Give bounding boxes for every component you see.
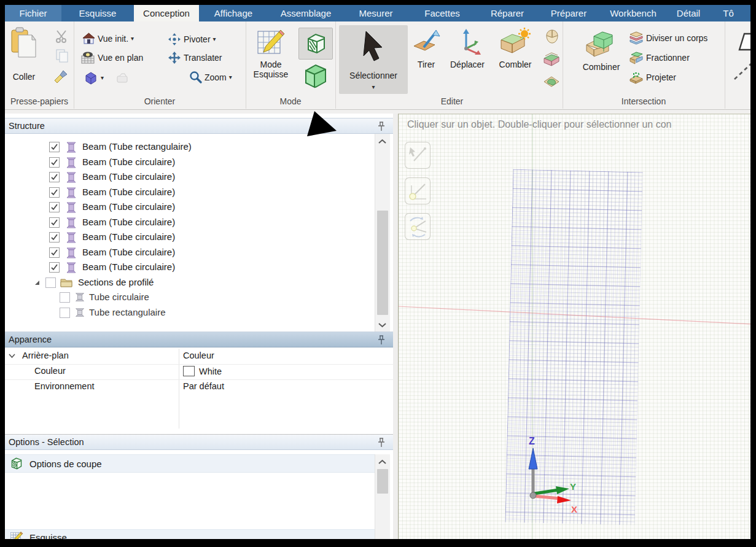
chevron-down-icon: ▾ — [229, 74, 232, 80]
pin-icon[interactable] — [377, 335, 386, 346]
options-scrollbar[interactable] — [375, 454, 390, 539]
section-options-row[interactable]: Options de coupe — [5, 454, 377, 473]
tree-row[interactable]: Tube rectangulaire — [5, 306, 373, 320]
paste-label[interactable]: Coller — [5, 72, 43, 82]
tree-row[interactable]: Beam (Tube circulaire) — [5, 215, 373, 230]
split-button[interactable]: Fractionner — [629, 51, 690, 64]
menu-tab-affichage[interactable]: Affichage — [199, 5, 268, 21]
cursor-icon — [362, 30, 387, 66]
menu-tab-facettes[interactable]: Facettes — [408, 5, 477, 21]
sketch-section-row[interactable]: Esquisse — [5, 529, 377, 539]
snapshot-icon-disabled — [115, 71, 130, 85]
tree-row[interactable]: Beam (Tube circulaire) — [5, 230, 373, 245]
visibility-checkbox[interactable] — [49, 172, 60, 182]
project-button[interactable]: Projeter — [629, 71, 676, 84]
color-swatch-white[interactable] — [183, 366, 195, 376]
coordinate-triad: Z Y X — [529, 436, 577, 514]
dashed-line-icon-partial[interactable] — [733, 62, 750, 80]
pin-icon[interactable] — [377, 122, 386, 132]
ribbon: Coller Presse-papiers Vue init.▾ Vue en … — [5, 21, 750, 110]
pin-icon[interactable] — [377, 438, 386, 448]
scroll-down-icon[interactable] — [378, 322, 387, 328]
tree-row[interactable]: Beam (Tube circulaire) — [5, 246, 373, 260]
fill-button[interactable]: Combler — [494, 28, 537, 69]
solid-mode-button[interactable] — [300, 61, 330, 91]
move-button[interactable]: Déplacer — [446, 28, 489, 69]
tree-row[interactable]: Beam (Tube circulaire) — [5, 170, 373, 185]
pan-icon — [168, 51, 181, 64]
model-canvas[interactable]: Cliquer sur un objet. Double-cliquer pou… — [398, 114, 750, 539]
pull-button[interactable]: Tirer — [410, 28, 442, 69]
property-row[interactable]: Environnement Par défaut — [5, 379, 393, 395]
plane-icon-partial[interactable] — [735, 31, 750, 53]
group-intersect-label: Intersection — [563, 96, 725, 106]
copy-icon[interactable] — [55, 48, 69, 63]
visibility-checkbox[interactable] — [49, 157, 60, 168]
menu-tab-d-tail[interactable]: Détail — [667, 5, 710, 21]
combine-button[interactable]: Combiner — [577, 28, 625, 72]
tree-row[interactable]: Beam (Tube circulaire) — [5, 200, 373, 215]
tree-item-label: Tube circulaire — [89, 292, 149, 302]
replace-face-icon[interactable] — [544, 29, 560, 45]
tree-item-label: Tube rectangulaire — [89, 307, 166, 317]
visibility-checkbox[interactable] — [49, 202, 60, 212]
split-face-small-icon[interactable] — [543, 51, 560, 67]
group-intersect: Combiner Diviser un corps Fractionner Pr… — [563, 21, 725, 109]
visibility-checkbox[interactable] — [49, 262, 60, 273]
beam-icon — [65, 187, 77, 199]
scroll-up-icon[interactable] — [378, 139, 387, 144]
chevron-down-icon[interactable] — [9, 354, 15, 359]
visibility-checkbox[interactable] — [49, 187, 60, 198]
tree-item-label: Beam (Tube circulaire) — [82, 247, 175, 257]
visibility-checkbox[interactable] — [60, 308, 70, 318]
visibility-checkbox[interactable] — [60, 292, 70, 303]
tree-row[interactable]: Beam (Tube circulaire) — [5, 185, 373, 200]
visibility-checkbox[interactable] — [49, 217, 60, 228]
section-mode-icon — [10, 456, 23, 471]
split-body-button[interactable]: Diviser un corps — [629, 31, 707, 45]
expander-icon[interactable] — [34, 280, 41, 286]
menu-tab-workbench[interactable]: Workbench — [599, 5, 667, 21]
scroll-up-icon[interactable] — [378, 459, 387, 465]
property-row[interactable]: Couleur White — [5, 364, 393, 380]
visibility-checkbox[interactable] — [49, 247, 60, 258]
menu-tab-t-[interactable]: Tô — [710, 5, 747, 21]
cut-icon[interactable] — [54, 29, 69, 44]
group-edit: Sélectionner ▾ Tirer Déplacer Combler — [335, 21, 563, 109]
property-row[interactable]: Arrière-plan Couleur — [5, 349, 393, 365]
paste-icon[interactable] — [10, 26, 37, 61]
panel-splitter[interactable] — [393, 114, 398, 539]
home-view-button[interactable]: Vue init.▾ — [82, 33, 134, 45]
tree-scrollbar[interactable] — [375, 134, 390, 332]
visibility-checkbox[interactable] — [49, 232, 60, 242]
tree-scrollbar-thumb[interactable] — [377, 211, 388, 315]
menu-tab-esquisse[interactable]: Esquisse — [61, 5, 134, 21]
imprint-small-icon[interactable] — [543, 73, 560, 89]
zoom-button[interactable]: Zoom▾ — [189, 71, 232, 83]
menu-tab-r-parer[interactable]: Réparer — [477, 5, 538, 21]
pan-button[interactable]: Translater — [168, 51, 222, 64]
format-painter-icon[interactable] — [53, 68, 69, 84]
tree-row[interactable]: Beam (Tube circulaire) — [5, 155, 373, 170]
select-button[interactable]: Sélectionner ▾ — [339, 25, 408, 94]
sketch-mode-button[interactable]: Mode Esquisse — [246, 26, 296, 79]
folder-icon — [60, 277, 72, 288]
menu-tab-conception[interactable]: Conception — [134, 5, 199, 21]
tree-row[interactable]: Beam (Tube circulaire) — [5, 260, 373, 275]
view-cube-button[interactable]: ▾ — [84, 71, 130, 85]
section-mode-button[interactable] — [298, 28, 333, 60]
visibility-checkbox[interactable] — [49, 142, 60, 152]
pull-icon — [411, 28, 441, 57]
visibility-checkbox[interactable] — [45, 277, 56, 288]
tree-row[interactable]: Sections de profilé — [5, 276, 373, 290]
tree-row[interactable]: Beam (Tube rectangulaire) — [5, 140, 373, 155]
tree-row[interactable]: Tube circulaire — [5, 290, 373, 305]
menu-tab-fichier[interactable]: Fichier — [5, 5, 61, 21]
menu-tab-pr-parer[interactable]: Préparer — [538, 5, 599, 21]
chevron-down-icon: ▾ — [101, 75, 104, 81]
plan-view-button[interactable]: Vue en plan — [80, 51, 143, 64]
menu-tab-mesurer[interactable]: Mesurer — [344, 5, 408, 21]
options-scrollbar-thumb[interactable] — [377, 469, 388, 494]
menu-tab-assemblage[interactable]: Assemblage — [268, 5, 344, 21]
spin-button[interactable]: Pivoter▾ — [168, 33, 216, 46]
